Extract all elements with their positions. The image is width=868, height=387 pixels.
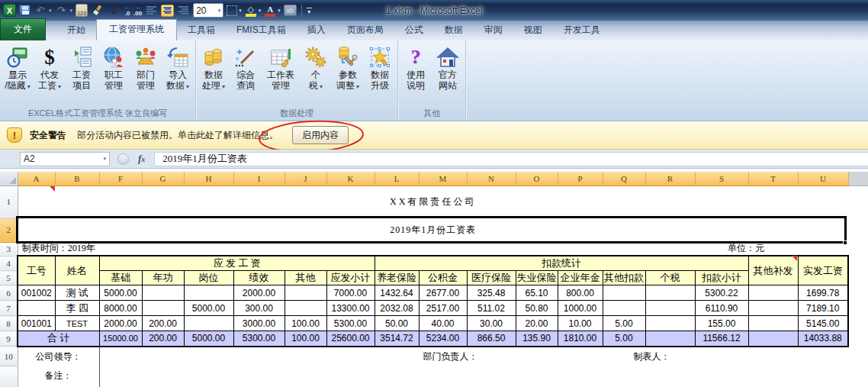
row-header[interactable]: 10	[0, 347, 18, 366]
ribbon-button-data-upgrade[interactable]: 数据 升级	[364, 44, 396, 91]
tab-file[interactable]: 文件	[0, 18, 46, 40]
excel-logo-icon[interactable]: X	[3, 4, 16, 17]
cell[interactable]	[748, 301, 798, 316]
cell-emp-id[interactable]	[18, 301, 55, 316]
cell[interactable]: 10.00	[558, 316, 603, 331]
note-label-cell[interactable]: 备注：	[18, 366, 99, 387]
cell-emp-name[interactable]: TEST	[55, 316, 99, 331]
made-date-cell[interactable]: 制表时间：2019年	[18, 242, 99, 256]
col-header[interactable]: P	[558, 172, 603, 185]
cell[interactable]: 2032.08	[375, 301, 419, 316]
empty-cell[interactable]	[798, 242, 848, 256]
ribbon-button-worksheet-management[interactable]: 工作表 管理	[262, 44, 300, 91]
paste-values-icon[interactable]: 123	[76, 4, 88, 17]
cell[interactable]: 800.00	[558, 285, 603, 301]
total-label-cell[interactable]: 合 计	[18, 331, 99, 347]
formula-cancel-icon[interactable]	[117, 153, 129, 165]
row-header[interactable]: 9	[0, 331, 18, 347]
align-left-icon[interactable]	[145, 5, 158, 17]
ribbon-button-official-site[interactable]: 官方 网站	[432, 44, 464, 91]
header-sub-cell[interactable]: 绩效	[233, 271, 285, 285]
row-header-selected[interactable]: 2	[0, 218, 18, 242]
cell[interactable]: 100.00	[285, 316, 326, 331]
format-painter-icon[interactable]	[91, 4, 104, 18]
cell[interactable]: 8000.00	[99, 301, 142, 316]
header-sub-cell[interactable]: 个税	[645, 271, 695, 285]
ribbon-button-parameter-adjust[interactable]: 参数 调整	[332, 44, 364, 92]
cell[interactable]: 6110.90	[695, 301, 748, 316]
empty-cell[interactable]	[99, 366, 848, 387]
header-sub-cell[interactable]: 其他扣款	[603, 271, 645, 285]
cell[interactable]: 866.50	[467, 331, 516, 347]
ribbon-button-help[interactable]: ? 使用 说明	[400, 44, 432, 91]
cell[interactable]: 200.00	[142, 316, 184, 331]
cell[interactable]: 13300.00	[326, 301, 375, 316]
ribbon-button-department-management[interactable]: 部门 管理	[130, 44, 162, 91]
unit-cell[interactable]: 单位：元	[695, 242, 798, 256]
cell[interactable]: 65.10	[516, 285, 558, 301]
insert-function-icon[interactable]: fx	[138, 153, 145, 165]
cell[interactable]	[603, 285, 645, 301]
cell[interactable]: 2000.00	[233, 285, 285, 301]
cell[interactable]: 200.00	[142, 331, 184, 347]
cell[interactable]: 5234.00	[419, 331, 467, 347]
row-header[interactable]: 4	[0, 256, 18, 271]
cell[interactable]	[603, 301, 645, 316]
ribbon-button-salary-items[interactable]: 工资 项目	[66, 44, 98, 91]
cell[interactable]: 100.00	[285, 331, 326, 347]
font-color-icon[interactable]: A	[264, 5, 276, 17]
header-gross-group[interactable]: 应 发 工 资	[99, 256, 375, 271]
fill-color-dropdown-icon[interactable]: ▾	[259, 8, 262, 14]
cell-emp-name[interactable]: 测 试	[55, 285, 99, 301]
cell[interactable]	[184, 285, 233, 301]
ribbon-button-income-tax[interactable]: 个 税	[300, 44, 332, 92]
cell[interactable]: 11566.12	[695, 331, 748, 347]
header-sub-cell[interactable]: 基础	[99, 271, 142, 285]
cell[interactable]: 2677.00	[419, 285, 467, 301]
row-header[interactable]: 1	[0, 185, 18, 218]
font-size-combo[interactable]: 20▾	[193, 3, 223, 18]
align-right-icon[interactable]	[177, 5, 190, 17]
redo-icon[interactable]: ↷	[55, 4, 69, 18]
redo-dropdown-icon[interactable]: ▾	[70, 8, 73, 14]
header-name[interactable]: 姓名	[55, 256, 99, 285]
row-header[interactable]	[0, 366, 18, 387]
cell-emp-name[interactable]: 李 四	[55, 301, 99, 316]
dept-head-label-cell[interactable]: 部门负责人：	[375, 347, 516, 366]
undo-icon[interactable]: ↶	[34, 4, 47, 18]
cell[interactable]: 1810.00	[558, 331, 603, 347]
cell[interactable]	[645, 301, 695, 316]
col-header[interactable]: Q	[603, 172, 645, 185]
text-tool-icon[interactable]: ab	[284, 5, 297, 16]
preparer-label-cell[interactable]: 制表人：	[603, 347, 695, 366]
col-header[interactable]: R	[645, 172, 695, 185]
cell-emp-id[interactable]: 001002	[18, 285, 55, 301]
cell[interactable]	[285, 285, 326, 301]
cell[interactable]: 14033.88	[798, 331, 848, 347]
cell[interactable]: 50.00	[375, 316, 419, 331]
col-header[interactable]: N	[467, 172, 516, 185]
cell[interactable]	[142, 301, 184, 316]
header-sub-cell[interactable]: 企业年金	[558, 271, 603, 285]
tab-data[interactable]: 数据	[434, 21, 474, 40]
col-header[interactable]: U	[798, 172, 848, 185]
cell[interactable]: 25600.00	[326, 331, 375, 347]
cell[interactable]	[645, 316, 695, 331]
ribbon-button-employee-management[interactable]: 职工 管理	[98, 44, 130, 91]
empty-cell[interactable]	[99, 347, 375, 366]
col-header[interactable]: S	[695, 172, 748, 185]
col-header[interactable]: A	[18, 172, 55, 185]
cell[interactable]	[184, 316, 233, 331]
cell[interactable]: 511.02	[467, 301, 516, 316]
header-sub-cell[interactable]: 扣款小计	[695, 271, 748, 285]
name-box[interactable]: A2▾	[20, 152, 110, 166]
tab-salary-system[interactable]: 工资管理系统	[96, 19, 177, 40]
empty-cell[interactable]	[516, 347, 603, 366]
ribbon-button-issue-salary[interactable]: $ 代发 工资	[34, 44, 66, 92]
row-header[interactable]: 8	[0, 316, 18, 331]
cell[interactable]	[285, 301, 326, 316]
cell[interactable]: 5000.00	[184, 301, 233, 316]
qat-overflow-icon[interactable]: ▼	[307, 8, 312, 14]
decrease-decimal-icon[interactable]: ←.0	[124, 5, 130, 17]
row-header[interactable]: 6	[0, 285, 18, 301]
